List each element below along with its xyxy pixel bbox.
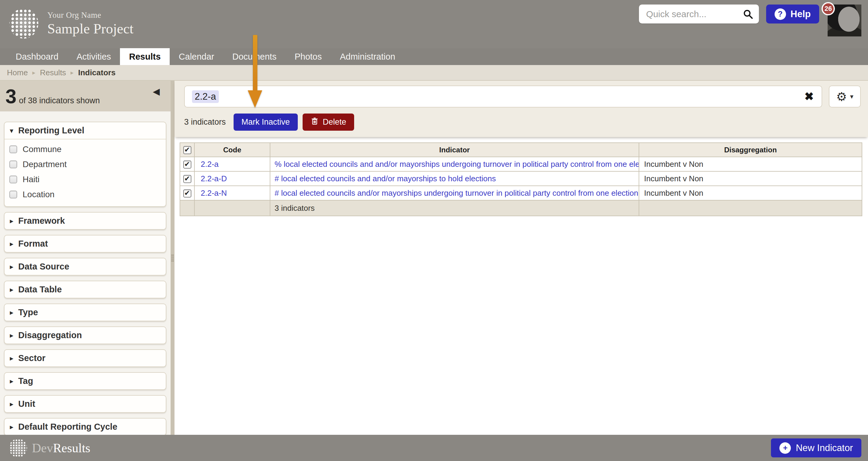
option-haiti[interactable]: Haiti — [9, 172, 166, 187]
option-commune[interactable]: Commune — [9, 142, 166, 157]
indicator-search-input[interactable]: 2.2-a ✖ — [184, 86, 822, 107]
checkbox-commune[interactable] — [9, 145, 17, 153]
filter-panel-data-source: ▸ Data Source — [4, 258, 166, 275]
caret-right-icon: ▸ — [10, 423, 13, 431]
filter-header-data-table[interactable]: ▸ Data Table — [4, 281, 166, 298]
main-nav: Dashboard Activities Results Calendar Do… — [0, 48, 868, 65]
mark-inactive-button[interactable]: Mark Inactive — [234, 113, 298, 131]
notification-badge[interactable]: 26 — [822, 2, 835, 15]
filter-panel-default-reporting-cycle: ▸ Default Reporting Cycle — [4, 418, 166, 435]
filter-label: Format — [19, 239, 48, 249]
search-icon[interactable] — [743, 9, 753, 21]
option-location[interactable]: Location — [9, 187, 166, 202]
splitter-grip-icon[interactable] — [171, 254, 174, 262]
sidebar-splitter[interactable] — [170, 81, 175, 435]
chevron-down-icon: ▾ — [850, 93, 853, 101]
main-content: 2.2-a ✖ ⚙ ▾ 3 indicators Mark Inactive — [175, 81, 868, 435]
breadcrumb: Home ▸ Results ▸ Indicators — [0, 65, 868, 81]
checkbox-department[interactable] — [9, 161, 17, 168]
tab-administration[interactable]: Administration — [331, 48, 404, 65]
row-checkbox-cell: ✔ — [180, 157, 194, 171]
help-button[interactable]: ? Help — [766, 4, 819, 24]
tab-activities[interactable]: Activities — [67, 48, 120, 65]
checkbox-location[interactable] — [9, 191, 17, 198]
indicator-code-link[interactable]: 2.2-a — [201, 160, 218, 169]
indicator-cell: # local elected councils and and/or mayo… — [270, 171, 639, 186]
indicator-cell: % local elected councils and and/or mayo… — [270, 157, 639, 171]
search-value: 2.2-a — [192, 90, 219, 103]
filter-header-disaggregation[interactable]: ▸ Disaggregation — [4, 327, 166, 343]
tab-documents[interactable]: Documents — [223, 48, 286, 65]
filter-header-framework[interactable]: ▸ Framework — [4, 212, 166, 229]
user-avatar-wrap[interactable]: 26 — [828, 4, 861, 36]
option-department[interactable]: Department — [9, 157, 166, 172]
breadcrumb-results[interactable]: Results — [40, 68, 66, 77]
column-header-disaggregation[interactable]: Disaggregation — [639, 143, 862, 157]
indicator-name-link[interactable]: # local elected councils and and/or mayo… — [275, 174, 496, 183]
filter-header-sector[interactable]: ▸ Sector — [4, 350, 166, 366]
devresults-wordmark: DevResults — [32, 441, 90, 455]
check-icon: ✔ — [184, 175, 190, 182]
filter-panel-format: ▸ Format — [4, 235, 166, 253]
breadcrumb-indicators: Indicators — [78, 68, 116, 77]
breadcrumb-home[interactable]: Home — [7, 68, 28, 77]
filter-header-default-reporting-cycle[interactable]: ▸ Default Reporting Cycle — [4, 419, 166, 435]
filter-header-format[interactable]: ▸ Format — [4, 235, 166, 252]
filter-header-type[interactable]: ▸ Type — [4, 304, 166, 321]
filter-header-data-source[interactable]: ▸ Data Source — [4, 258, 166, 275]
delete-label: Delete — [323, 118, 346, 127]
footer-count-cell: 3 indicators — [270, 200, 639, 216]
delete-button[interactable]: Delete — [303, 113, 354, 131]
checkbox-haiti[interactable] — [9, 175, 17, 184]
indicator-name-link[interactable]: % local elected councils and and/or mayo… — [275, 160, 639, 169]
caret-right-icon: ▸ — [10, 286, 13, 293]
wordmark-prefix: Dev — [32, 441, 53, 455]
option-label: Location — [23, 190, 55, 199]
quick-search — [639, 4, 759, 24]
tab-photos[interactable]: Photos — [285, 48, 331, 65]
tab-results[interactable]: Results — [120, 48, 170, 65]
settings-dropdown-button[interactable]: ⚙ ▾ — [829, 86, 861, 107]
footer-empty-cell — [180, 200, 194, 216]
filter-label: Default Reporting Cycle — [19, 422, 118, 432]
filter-panel-data-table: ▸ Data Table — [4, 281, 166, 298]
brand-block: Your Org Name Sample Project — [9, 8, 133, 38]
new-indicator-button[interactable]: + New Indicator — [771, 438, 861, 457]
top-header-bar: Your Org Name Sample Project ? Help — [0, 0, 868, 48]
filter-label: Reporting Level — [19, 126, 84, 135]
filter-header-unit[interactable]: ▸ Unit — [4, 396, 166, 412]
filter-label: Sector — [19, 353, 45, 363]
row-checkbox[interactable]: ✔ — [183, 189, 191, 198]
caret-right-icon: ▸ — [10, 240, 13, 248]
indicator-name-link[interactable]: # local elected councils and/or mayorshi… — [275, 189, 639, 198]
quick-search-input[interactable] — [639, 4, 759, 24]
column-header-code[interactable]: Code — [194, 143, 270, 157]
sidebar-collapse-icon[interactable]: ◀ — [153, 86, 160, 97]
filter-panel-type: ▸ Type — [4, 303, 166, 321]
caret-right-icon: ▸ — [10, 309, 13, 316]
filter-label: Tag — [19, 376, 33, 386]
select-all-checkbox[interactable]: ✔ — [183, 146, 191, 154]
indicator-code-link[interactable]: 2.2-a-N — [201, 189, 227, 198]
code-cell: 2.2-a-D — [194, 171, 270, 186]
header-checkbox-cell: ✔ — [180, 143, 194, 157]
tab-dashboard[interactable]: Dashboard — [7, 48, 67, 65]
table-region: ✔ Code Indicator Disaggregation ✔ — [175, 137, 868, 435]
caret-right-icon: ▸ — [10, 400, 13, 408]
breadcrumb-separator-icon: ▸ — [32, 69, 35, 76]
gear-icon: ⚙ — [836, 91, 847, 103]
filter-header-tag[interactable]: ▸ Tag — [4, 373, 166, 389]
column-header-indicator[interactable]: Indicator — [270, 143, 639, 157]
check-icon: ✔ — [184, 146, 190, 153]
code-cell: 2.2-a-N — [194, 186, 270, 200]
body-region: 3 of 38 indicators shown ◀ ▾ Reporting L… — [0, 81, 868, 435]
table-footer-row: 3 indicators — [180, 200, 862, 216]
row-checkbox[interactable]: ✔ — [183, 161, 191, 169]
clear-search-icon[interactable]: ✖ — [800, 86, 818, 107]
shown-count-suffix: of 38 indicators shown — [19, 96, 100, 105]
row-checkbox[interactable]: ✔ — [183, 175, 191, 183]
tab-calendar[interactable]: Calendar — [170, 48, 223, 65]
indicator-code-link[interactable]: 2.2-a-D — [201, 174, 227, 183]
footer-bar: DevResults + New Indicator — [0, 435, 868, 461]
filter-header-reporting-level[interactable]: ▾ Reporting Level — [4, 122, 166, 139]
